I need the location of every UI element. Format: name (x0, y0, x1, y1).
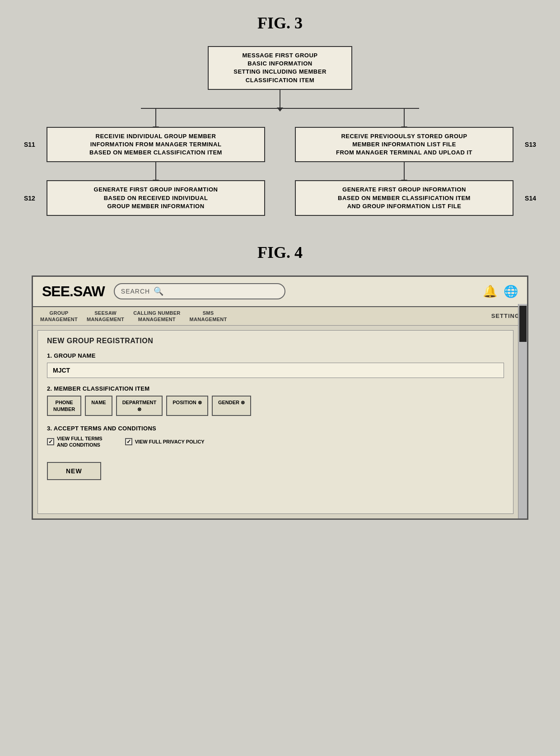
search-text: SEARCH (121, 288, 150, 295)
content-area: NEW GROUP REGISTRATION 1. GROUP NAME 2. … (37, 330, 513, 513)
s13-box: RECEIVE PREVIOOULSY STORED GROUP MEMBER … (295, 127, 513, 163)
new-button[interactable]: NEW (47, 462, 101, 480)
tag-department[interactable]: DEPARTMENT ⊗ (116, 396, 163, 416)
nav-item-calling-number-management[interactable]: CALLING NUMBER MANAGEMENT (133, 310, 180, 323)
app-window: SEE.SAW SEARCH 🔍 🔔 🌐 GROUP MANAGEMENT SE… (32, 275, 528, 520)
group-name-label: 1. GROUP NAME (47, 352, 504, 359)
fig4-title: FIG. 4 (257, 243, 303, 262)
group-name-input[interactable] (47, 363, 504, 378)
section-terms: 3. ACCEPT TERMS AND CONDITIONS ✓ VIEW FU… (47, 425, 504, 448)
setting-button[interactable]: SETTING (491, 313, 520, 320)
privacy-checkbox-item[interactable]: ✓ VIEW FULL PRIVACY POLICY (125, 435, 205, 448)
privacy-checkbox[interactable]: ✓ (125, 438, 132, 445)
section-classification: 2. MEMBER CLASSIFICATION ITEM PHONE NUMB… (47, 385, 504, 416)
bell-icon[interactable]: 🔔 (483, 285, 497, 299)
classification-tags: PHONE NUMBER NAME DEPARTMENT ⊗ POSITION … (47, 396, 504, 416)
s12-label: S12 (24, 195, 35, 202)
fig3-top-box: MESSAGE FIRST GROUP BASIC INFORMATION SE… (208, 46, 352, 90)
terms-items: ✓ VIEW FULL TERMS AND CONDITIONS ✓ VIEW … (47, 435, 504, 448)
page-title: NEW GROUP REGISTRATION (47, 337, 504, 345)
fig3-container: MESSAGE FIRST GROUP BASIC INFORMATION SE… (32, 46, 528, 216)
s14-label: S14 (525, 195, 536, 202)
terms-label: 3. ACCEPT TERMS AND CONDITIONS (47, 425, 504, 432)
s14-box: GENERATE FIRST GROUP INFORMATION BASED O… (295, 180, 513, 216)
tag-phone-number[interactable]: PHONE NUMBER (47, 396, 81, 416)
app-logo: SEE.SAW (42, 283, 105, 300)
left-branch: S11 RECEIVIE INDIVIDUAL GROUP MEMBER INF… (47, 109, 265, 216)
terms-checkbox[interactable]: ✓ (47, 438, 54, 445)
s11-label: S11 (24, 141, 35, 148)
tag-position[interactable]: POSITION ⊗ (166, 396, 208, 416)
terms-text: VIEW FULL TERMS AND CONDITIONS (57, 435, 103, 448)
terms-checkbox-item[interactable]: ✓ VIEW FULL TERMS AND CONDITIONS (47, 435, 103, 448)
nav-item-seesaw-management[interactable]: SEESAW MANAGEMENT (87, 310, 124, 323)
tag-gender[interactable]: GENDER ⊗ (212, 396, 251, 416)
s13-label: S13 (525, 141, 536, 148)
search-bar[interactable]: SEARCH 🔍 (114, 283, 285, 299)
app-header: SEE.SAW SEARCH 🔍 🔔 🌐 (33, 277, 527, 307)
classification-label: 2. MEMBER CLASSIFICATION ITEM (47, 385, 504, 392)
tag-name[interactable]: NAME (85, 396, 112, 416)
scroll-thumb (519, 306, 527, 342)
nav-bar: GROUP MANAGEMENT SEESAW MANAGEMENT CALLI… (33, 307, 527, 326)
nav-item-group-management[interactable]: GROUP MANAGEMENT (40, 310, 78, 323)
s12-box: GENERATE FIRST GROUP INFORAMTION BASED O… (47, 180, 265, 216)
header-icons: 🔔 🌐 (483, 285, 518, 299)
fig3-title: FIG. 3 (257, 14, 303, 33)
search-icon[interactable]: 🔍 (154, 286, 163, 296)
globe-icon[interactable]: 🌐 (504, 285, 518, 299)
scrollbar[interactable] (518, 304, 527, 518)
privacy-text: VIEW FULL PRIVACY POLICY (135, 439, 205, 445)
nav-item-sms-management[interactable]: SMS MANAGEMENT (190, 310, 227, 323)
section-group-name: 1. GROUP NAME (47, 352, 504, 378)
right-branch: RECEIVE PREVIOOULSY STORED GROUP MEMBER … (295, 109, 513, 216)
s11-box: RECEIVIE INDIVIDUAL GROUP MEMBER INFORMA… (47, 127, 265, 163)
